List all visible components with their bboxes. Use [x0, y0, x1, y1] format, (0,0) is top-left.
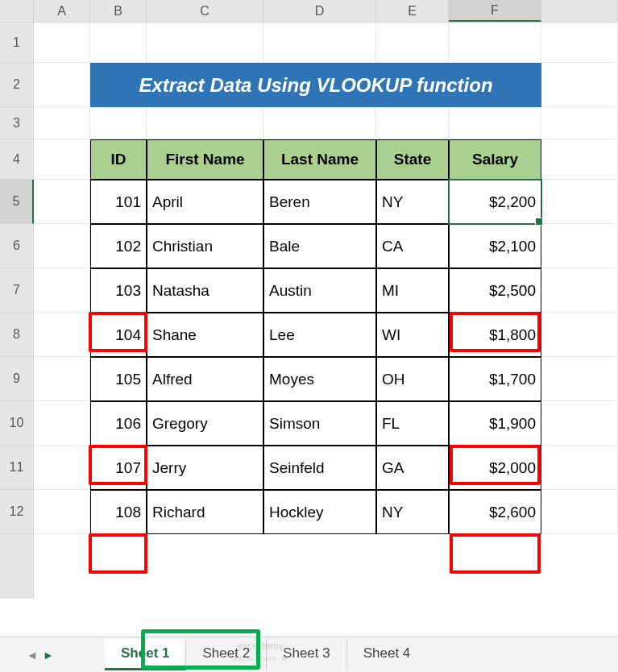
cell-G1[interactable]: [541, 23, 618, 63]
header-salary[interactable]: Salary: [449, 139, 541, 180]
header-last[interactable]: Last Name: [263, 139, 376, 180]
header-state[interactable]: State: [376, 139, 449, 180]
cell-F1[interactable]: [449, 23, 541, 63]
row-header-7[interactable]: 7: [0, 268, 34, 313]
row-header-1[interactable]: 1: [0, 23, 34, 63]
cell-D6[interactable]: Bale: [263, 224, 376, 268]
cell-D1[interactable]: [263, 23, 376, 63]
row-header-8[interactable]: 8: [0, 313, 34, 357]
cell-G10[interactable]: [541, 401, 618, 446]
cell-G3[interactable]: [541, 107, 618, 139]
col-header-F[interactable]: F: [449, 0, 541, 22]
cell-A4[interactable]: [34, 139, 90, 180]
cell-B6[interactable]: 102: [90, 224, 147, 268]
tab-nav-next-icon[interactable]: ►: [40, 645, 56, 665]
cell-B1[interactable]: [90, 23, 147, 63]
cell-E5[interactable]: NY: [376, 180, 449, 224]
cell-C3[interactable]: [147, 107, 263, 139]
cell-F11[interactable]: $2,000: [449, 446, 541, 490]
cell-F12[interactable]: $2,600: [449, 490, 541, 534]
cell-C7[interactable]: Natasha: [147, 268, 263, 313]
cell-D3[interactable]: [263, 107, 376, 139]
select-all-corner[interactable]: [0, 0, 34, 22]
cell-E7[interactable]: MI: [376, 268, 449, 313]
tab-sheet1[interactable]: Sheet 1: [105, 639, 186, 670]
cell-G4[interactable]: [541, 139, 618, 180]
cell-B8[interactable]: 104: [90, 313, 147, 357]
cell-B7[interactable]: 103: [90, 268, 147, 313]
cell-G12[interactable]: [541, 490, 618, 534]
row-header-3[interactable]: 3: [0, 107, 34, 139]
cell-F5[interactable]: $2,200: [449, 180, 541, 224]
cell-E9[interactable]: OH: [376, 357, 449, 401]
cell-A8[interactable]: [34, 313, 90, 357]
cell-E10[interactable]: FL: [376, 401, 449, 446]
cell-D12[interactable]: Hockley: [263, 490, 376, 534]
row-header-blank[interactable]: [0, 534, 34, 599]
cell-B5[interactable]: 101: [90, 180, 147, 224]
cell-E3[interactable]: [376, 107, 449, 139]
cell-D10[interactable]: Simson: [263, 401, 376, 446]
cell-G6[interactable]: [541, 224, 618, 268]
row-header-4[interactable]: 4: [0, 139, 34, 180]
header-id[interactable]: ID: [90, 139, 147, 180]
cell-C6[interactable]: Christian: [147, 224, 263, 268]
row-header-11[interactable]: 11: [0, 446, 34, 490]
cell-F7[interactable]: $2,500: [449, 268, 541, 313]
cell-F8[interactable]: $1,800: [449, 313, 541, 357]
cell-A3[interactable]: [34, 107, 90, 139]
cell-D8[interactable]: Lee: [263, 313, 376, 357]
cell-C10[interactable]: Gregory: [147, 401, 263, 446]
title-banner[interactable]: Extract Data Using VLOOKUP function: [90, 63, 541, 107]
cell-D7[interactable]: Austin: [263, 268, 376, 313]
cell-D5[interactable]: Beren: [263, 180, 376, 224]
cell-C8[interactable]: Shane: [147, 313, 263, 357]
cell-B12[interactable]: 108: [90, 490, 147, 534]
cell-A9[interactable]: [34, 357, 90, 401]
cell-G5[interactable]: [541, 180, 618, 224]
cell-blank2[interactable]: [90, 534, 541, 599]
cell-F10[interactable]: $1,900: [449, 401, 541, 446]
cell-A10[interactable]: [34, 401, 90, 446]
cell-blank[interactable]: [34, 534, 90, 599]
col-header-E[interactable]: E: [376, 0, 449, 22]
col-header-B[interactable]: B: [90, 0, 147, 22]
cell-F3[interactable]: [449, 107, 541, 139]
cell-G9[interactable]: [541, 357, 618, 401]
cell-E1[interactable]: [376, 23, 449, 63]
tab-sheet2[interactable]: Sheet 2: [186, 639, 267, 670]
cell-A6[interactable]: [34, 224, 90, 268]
cell-B10[interactable]: 106: [90, 401, 147, 446]
cell-B3[interactable]: [90, 107, 147, 139]
tab-sheet3[interactable]: Sheet 3: [267, 639, 347, 670]
cell-B9[interactable]: 105: [90, 357, 147, 401]
cell-E6[interactable]: CA: [376, 224, 449, 268]
cell-D11[interactable]: Seinfeld: [263, 446, 376, 490]
cell-A1[interactable]: [34, 23, 90, 63]
cell-A12[interactable]: [34, 490, 90, 534]
cell-G7[interactable]: [541, 268, 618, 313]
cell-B11[interactable]: 107: [90, 446, 147, 490]
cell-C9[interactable]: Alfred: [147, 357, 263, 401]
row-header-5[interactable]: 5: [0, 180, 34, 224]
cell-C11[interactable]: Jerry: [147, 446, 263, 490]
col-header-D[interactable]: D: [263, 0, 376, 22]
cell-G2[interactable]: [541, 63, 618, 107]
cell-A2[interactable]: [34, 63, 90, 107]
cell-F6[interactable]: $2,100: [449, 224, 541, 268]
col-header-A[interactable]: A: [34, 0, 90, 22]
col-header-C[interactable]: C: [147, 0, 263, 22]
cell-C1[interactable]: [147, 23, 263, 63]
cell-C5[interactable]: April: [147, 180, 263, 224]
cell-A5[interactable]: [34, 180, 90, 224]
row-header-6[interactable]: 6: [0, 224, 34, 268]
cell-E8[interactable]: WI: [376, 313, 449, 357]
row-header-9[interactable]: 9: [0, 357, 34, 401]
row-header-12[interactable]: 12: [0, 490, 34, 534]
cell-G8[interactable]: [541, 313, 618, 357]
row-header-10[interactable]: 10: [0, 401, 34, 446]
cell-C12[interactable]: Richard: [147, 490, 263, 534]
cell-G11[interactable]: [541, 446, 618, 490]
cell-A11[interactable]: [34, 446, 90, 490]
tab-nav-prev-icon[interactable]: ◄: [24, 645, 40, 665]
